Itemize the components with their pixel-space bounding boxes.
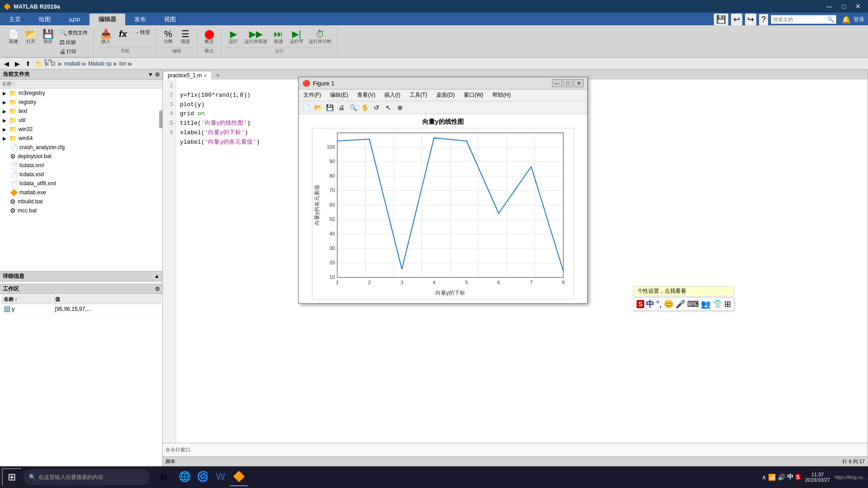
- list-item[interactable]: ▶ 📁 win64: [0, 134, 162, 143]
- figure-menu-tools[interactable]: 工具(T): [405, 90, 432, 100]
- close-button[interactable]: ✕: [852, 2, 864, 11]
- fig-tool-rotate[interactable]: ↺: [371, 102, 382, 113]
- forward-button[interactable]: ▶: [13, 59, 22, 68]
- run-advance-button[interactable]: ▶▶ 运行并前进: [242, 28, 269, 46]
- path-matlab[interactable]: matlab: [64, 61, 80, 67]
- compare-button[interactable]: ⚖ 比较: [57, 38, 90, 47]
- new-button[interactable]: 📄 新建: [5, 28, 22, 46]
- tray-network-icon[interactable]: 📶: [768, 474, 776, 481]
- fig-tool-zoom[interactable]: 🔍: [348, 102, 359, 113]
- tray-volume-icon[interactable]: 🔊: [778, 474, 785, 481]
- path-matlabsp[interactable]: Matlab sp: [88, 61, 112, 67]
- list-item[interactable]: ▶ 📁 m3iregistry: [0, 89, 162, 98]
- run-button[interactable]: ▶ 运行: [225, 28, 241, 46]
- ime-keyboard-icon[interactable]: ⌨: [687, 299, 699, 309]
- tab-app[interactable]: APP: [60, 15, 90, 25]
- goto-button[interactable]: 📥 插入: [98, 28, 114, 46]
- tab-publish[interactable]: 发布: [125, 14, 155, 25]
- list-item[interactable]: 📄 crash_analyzer.cfg: [0, 143, 162, 152]
- task-view-icon[interactable]: ⧉: [156, 469, 172, 485]
- workspace-toggle[interactable]: ⊙: [155, 286, 160, 292]
- figure-menu-window[interactable]: 窗口(W): [459, 90, 488, 100]
- minimize-button[interactable]: —: [823, 2, 835, 11]
- run-section-button[interactable]: ▶| 运行节: [288, 28, 306, 46]
- list-item[interactable]: 📄 lcdata.xml: [0, 161, 162, 170]
- expand-icon[interactable]: ▶: [2, 117, 7, 123]
- tab-home[interactable]: 主页: [0, 14, 30, 25]
- figure-close[interactable]: ✕: [574, 79, 584, 87]
- list-item[interactable]: ▶ 📁 text: [0, 107, 162, 116]
- list-item[interactable]: 📄 lcdata.xsd: [0, 170, 162, 179]
- up-folder-button[interactable]: ⬆: [24, 59, 33, 68]
- taskbar-clock[interactable]: 11:37 2019/10/27: [802, 472, 833, 483]
- expand-icon[interactable]: ▶: [2, 127, 7, 132]
- print-button[interactable]: 🖨 打印: [57, 47, 90, 56]
- list-item[interactable]: ⚙ mbuild.bat: [0, 197, 162, 206]
- tray-sogou-icon[interactable]: S: [795, 474, 801, 480]
- panel-options[interactable]: ⊙: [155, 71, 160, 78]
- ime-voice-icon[interactable]: 🎤: [675, 299, 685, 309]
- fx-button[interactable]: fx: [115, 28, 131, 40]
- taskbar-search-input[interactable]: [38, 474, 129, 480]
- taskbar-app-edge[interactable]: 🌐: [175, 468, 193, 486]
- ime-emoji-icon[interactable]: 😊: [664, 299, 674, 309]
- code-content[interactable]: y=fix(100*rand(1,8)) plot(y) grid on tit…: [176, 80, 264, 443]
- expand-icon[interactable]: ▶: [2, 90, 7, 96]
- breakpoint-button[interactable]: ⬤ 断点: [201, 28, 217, 46]
- taskbar-search[interactable]: 🔍: [24, 469, 150, 485]
- fig-tool-datacursor[interactable]: ⊕: [395, 102, 406, 113]
- tab-view[interactable]: 视图: [155, 14, 185, 25]
- figure-menu-desktop[interactable]: 桌面(D): [432, 90, 459, 100]
- scrollbar-thumb[interactable]: [159, 110, 163, 128]
- start-button[interactable]: ⊞: [2, 468, 22, 486]
- ime-chinese-icon[interactable]: 中: [646, 299, 654, 310]
- tray-arrow-icon[interactable]: ∧: [762, 474, 766, 481]
- find-file-button[interactable]: 🔍 查找文件: [57, 28, 90, 37]
- figure-menu-file[interactable]: 文件(F): [299, 90, 326, 100]
- figure-menu-edit[interactable]: 编辑(E): [326, 90, 353, 100]
- toolbar-btn[interactable]: 💾: [714, 14, 728, 25]
- list-item[interactable]: ▶ 📁 win32: [0, 125, 162, 134]
- list-item[interactable]: ⚙ deploytool.bat: [0, 152, 162, 161]
- figure-maximize[interactable]: □: [563, 79, 573, 87]
- tab-close-icon[interactable]: ✕: [203, 73, 207, 78]
- tab-editor[interactable]: 编辑器: [90, 14, 125, 25]
- tab-plot[interactable]: 绘图: [30, 14, 60, 25]
- path-d[interactable]: D:: [51, 61, 57, 67]
- workspace-row[interactable]: 🔢 y [95,96,15,97,...: [1, 305, 161, 314]
- expand-icon[interactable]: ▶: [2, 108, 7, 114]
- taskbar-app-browser[interactable]: 🌀: [193, 468, 212, 486]
- open-button[interactable]: 📂 打开: [23, 28, 39, 46]
- maximize-button[interactable]: □: [837, 2, 850, 11]
- help-btn[interactable]: ?: [759, 14, 768, 25]
- fig-tool-open[interactable]: 📂: [312, 102, 323, 113]
- figure-menu-insert[interactable]: 插入(I): [380, 90, 405, 100]
- figure-minimize[interactable]: —: [552, 79, 562, 87]
- list-item[interactable]: ▶ 📁 util: [0, 116, 162, 125]
- indent-button[interactable]: ☰ 缩进: [177, 28, 193, 46]
- expand-icon[interactable]: ▶: [2, 99, 7, 105]
- tab-add-button[interactable]: +: [212, 70, 223, 80]
- login-label[interactable]: 登录: [854, 16, 864, 23]
- list-item[interactable]: ⚙ mcc.bat: [0, 206, 162, 215]
- search-box[interactable]: 🔍: [771, 15, 836, 24]
- fig-tool-pan[interactable]: ✋: [359, 102, 370, 113]
- ime-user-icon[interactable]: 👥: [701, 299, 711, 309]
- redo-btn[interactable]: ↪: [745, 14, 756, 25]
- list-item[interactable]: 📄 lcdata_utf8.xml: [0, 179, 162, 188]
- figure-menu-view[interactable]: 查看(V): [353, 90, 380, 100]
- advance-button[interactable]: ⏭ 前进: [270, 28, 287, 46]
- fig-tool-new[interactable]: 📄: [301, 102, 311, 113]
- ime-skin-icon[interactable]: 👕: [712, 299, 722, 309]
- search-input[interactable]: [773, 17, 827, 22]
- bell-icon[interactable]: 🔔: [842, 15, 851, 24]
- fig-tool-save[interactable]: 💾: [324, 102, 335, 113]
- fig-tool-print[interactable]: 🖨: [336, 102, 347, 113]
- expand-icon[interactable]: ▶: [2, 136, 7, 141]
- list-item[interactable]: 🔶 matlab.exe: [0, 188, 162, 197]
- goto-section[interactable]: → 转至: [132, 28, 152, 37]
- taskbar-app-matlab[interactable]: 🔶: [230, 468, 248, 486]
- save-button[interactable]: 💾 保存: [40, 28, 56, 46]
- list-item[interactable]: ▶ 📁 registry: [0, 98, 162, 107]
- ime-sogou-icon[interactable]: S: [637, 300, 644, 308]
